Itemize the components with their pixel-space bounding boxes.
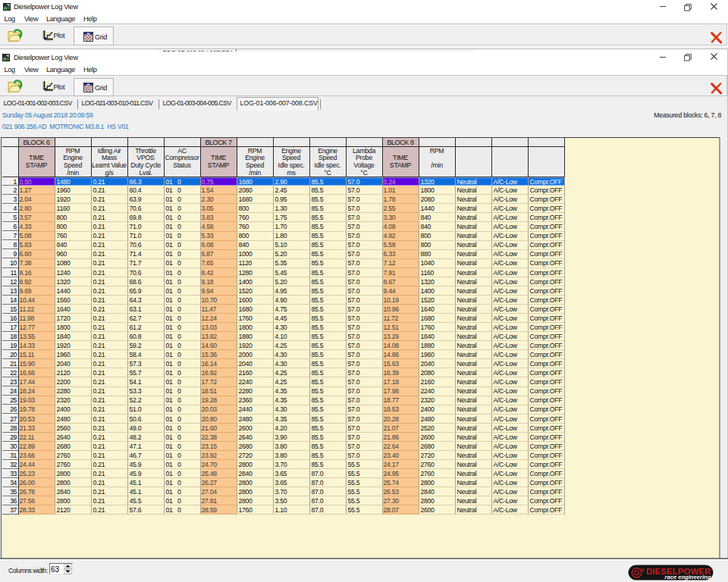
- svg-text:race engineering: race engineering: [665, 574, 711, 580]
